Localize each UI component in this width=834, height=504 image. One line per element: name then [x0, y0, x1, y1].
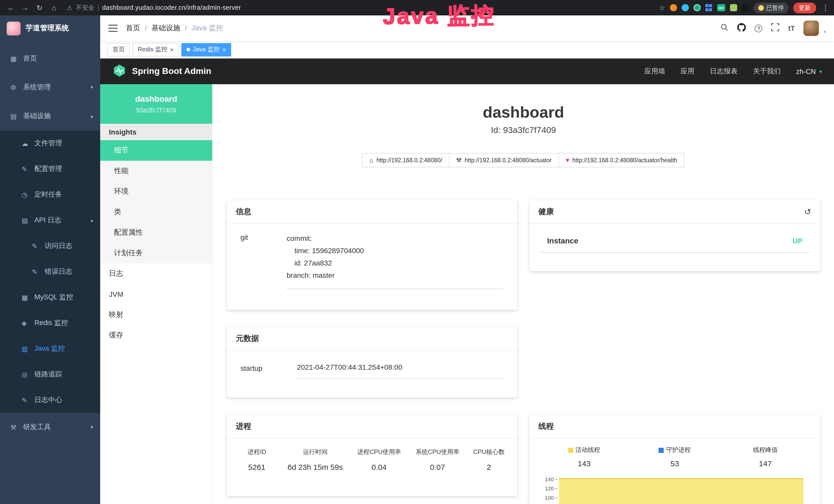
- history-icon[interactable]: ↺: [804, 207, 811, 217]
- document-icon: ▤: [22, 216, 33, 224]
- sba-item-details[interactable]: 细节: [100, 140, 212, 161]
- process-uptime: 6d 23h 15m 59s: [281, 461, 350, 474]
- sidebar-item-infrastructure[interactable]: ▤ 基础设施 ▴: [0, 102, 100, 131]
- font-size-icon[interactable]: tT: [788, 24, 795, 32]
- extension-icon-on-toggle[interactable]: on: [717, 4, 725, 11]
- sba-item-jvm[interactable]: JVM: [100, 284, 212, 304]
- info-key: git: [240, 232, 287, 289]
- user-avatar[interactable]: [804, 21, 819, 36]
- security-label[interactable]: 不安全: [76, 3, 94, 12]
- chevron-up-icon: ▴: [91, 218, 93, 223]
- paused-badge[interactable]: 已暂停: [753, 2, 789, 13]
- sidebar-item-java-monitor[interactable]: ▥ Java 监控: [0, 336, 100, 362]
- close-icon[interactable]: ×: [170, 46, 174, 53]
- process-card-body: 进程ID 运行时间 进程CPU使用率 系统CPU使用率 CPU核心数: [227, 438, 517, 485]
- sidebar-item-file-management[interactable]: ☁ 文件管理: [0, 131, 100, 156]
- breadcrumb-home[interactable]: 首页: [126, 24, 140, 33]
- sba-nav-applications[interactable]: 应用: [680, 67, 694, 76]
- tools-icon: ⚒: [10, 423, 22, 431]
- metadata-value: 2021-04-27T00:44:31.254+08:00: [297, 363, 504, 379]
- topbar-actions: ? tT ▾: [721, 21, 826, 36]
- sidebar-item-scheduled-tasks[interactable]: ◷ 定时任务: [0, 182, 100, 207]
- sidebar-item-dev-tools[interactable]: ⚒ 研发工具 ▾: [0, 413, 100, 442]
- sba-item-mappings[interactable]: 映射: [100, 304, 212, 325]
- extension-icon-circle[interactable]: [693, 4, 700, 11]
- infrastructure-submenu: ☁ 文件管理 ✎ 配置管理 ◷ 定时任务 ▤ API 日志 ▴: [0, 131, 100, 413]
- address-bar[interactable]: ⚠ 不安全 dashboard.yudao.iocoder.cn/infra/a…: [63, 2, 656, 14]
- browser-menu-button[interactable]: ⋮: [822, 4, 829, 12]
- daemon-threads-value: 53: [630, 459, 720, 468]
- url-text[interactable]: dashboard.yudao.iocoder.cn/infra/admin-s…: [102, 4, 241, 11]
- sidebar-item-trace[interactable]: ◎ 链路追踪: [0, 362, 100, 387]
- sba-nav-wallboard[interactable]: 应用墙: [644, 67, 665, 76]
- fullscreen-icon[interactable]: [771, 23, 780, 33]
- actuator-url-button[interactable]: ⚒ http://192.168.0.2:48080/actuator: [449, 153, 559, 167]
- tag-java-monitor[interactable]: Java 监控 ×: [181, 43, 231, 56]
- live-threads-value: 143: [539, 459, 630, 468]
- help-icon[interactable]: ?: [755, 24, 763, 32]
- metadata-card: 元数据 startup 2021-04-27T00:44:31.254+08:0…: [227, 327, 517, 397]
- sba-item-config-props[interactable]: 配置属性: [100, 222, 212, 243]
- sidebar-item-system-management[interactable]: ⚙ 系统管理 ▾: [0, 73, 100, 102]
- sba-nav: 应用墙 应用 日志报表 关于我们 zh-CN ▾: [644, 67, 822, 76]
- sidebar-item-mysql-monitor[interactable]: ▦ MySQL 监控: [0, 284, 100, 310]
- github-icon[interactable]: [738, 23, 746, 33]
- sba-item-logs[interactable]: 日志: [100, 264, 212, 284]
- sba-item-caches[interactable]: 缓存: [100, 325, 212, 346]
- home-button[interactable]: ⌂: [48, 4, 60, 12]
- gear-icon: ⚙: [10, 84, 22, 91]
- sba-item-environment[interactable]: 环境: [100, 181, 212, 202]
- sba-item-scheduled-tasks[interactable]: 计划任务: [100, 243, 212, 264]
- extension-icon-puzzle[interactable]: [742, 4, 749, 11]
- chrome-update-button[interactable]: 更新: [793, 2, 816, 13]
- cpu-count: 2: [467, 461, 511, 474]
- process-table: 进程ID 运行时间 进程CPU使用率 系统CPU使用率 CPU核心数: [233, 446, 511, 474]
- sidebar-toggle-button[interactable]: [108, 25, 118, 32]
- reload-button[interactable]: ↻: [34, 4, 45, 12]
- sba-nav-about[interactable]: 关于我们: [753, 67, 781, 76]
- chevron-down-icon: ▾: [91, 425, 93, 430]
- extension-icon-fox[interactable]: [670, 4, 677, 11]
- sidebar-item-access-logs[interactable]: ✎ 访问日志: [0, 233, 100, 259]
- sba-brand[interactable]: Spring Boot Admin: [132, 66, 212, 76]
- app-logo-avatar: [7, 21, 21, 35]
- sba-nav-journal[interactable]: 日志报表: [710, 67, 738, 76]
- sidebar-item-config-management[interactable]: ✎ 配置管理: [0, 156, 100, 182]
- extension-icon-leaf[interactable]: [730, 4, 737, 11]
- health-url-button[interactable]: ♥ http://192.168.0.2:48080/actuator/heal…: [558, 153, 684, 167]
- status-badge: UP: [792, 236, 803, 245]
- instance-id: Id: 93a3fc7f7409: [213, 125, 834, 136]
- infrastructure-icon: ▤: [10, 112, 22, 120]
- trace-icon: ◎: [22, 370, 33, 378]
- chevron-down-icon: ▾: [91, 85, 93, 90]
- close-icon[interactable]: ×: [222, 46, 226, 53]
- extension-icon-drop[interactable]: [681, 4, 688, 11]
- tag-redis-monitor[interactable]: Redis 监控 ×: [133, 43, 179, 56]
- sidebar-item-error-logs[interactable]: ✎ 错误日志: [0, 259, 100, 284]
- legend-peak-threads: 线程峰值 147: [720, 446, 811, 468]
- sba-language-select[interactable]: zh-CN ▾: [796, 68, 822, 75]
- forward-button[interactable]: →: [20, 4, 31, 12]
- process-card: 进程 进程ID 运行时间 进程CPU使用率 系统: [227, 415, 517, 496]
- sidebar-item-log-center[interactable]: ✎ 日志中心: [0, 387, 100, 413]
- tags-bar: 首页 Redis 监控 × Java 监控 ×: [100, 41, 834, 59]
- breadcrumb-infrastructure[interactable]: 基础设施: [152, 24, 180, 33]
- service-url-button[interactable]: ⌂ http://192.168.0.2:48080/: [362, 153, 449, 167]
- sba-item-classes[interactable]: 类: [100, 202, 212, 222]
- sba-root-items: 日志 JVM 映射 缓存: [100, 264, 212, 346]
- sidebar-item-redis-monitor[interactable]: ◈ Redis 监控: [0, 310, 100, 336]
- sidebar-item-api-logs[interactable]: ▤ API 日志 ▴: [0, 207, 100, 233]
- health-card-title: 健康: [539, 207, 554, 217]
- live-threads-area: [559, 478, 804, 504]
- sidebar-item-home[interactable]: ▦ 首页: [0, 44, 100, 73]
- back-button[interactable]: ←: [5, 4, 17, 12]
- search-icon[interactable]: [721, 23, 729, 33]
- sba-item-metrics[interactable]: 性能: [100, 161, 212, 181]
- health-instance-label: Instance: [547, 236, 578, 245]
- info-card-title: 信息: [227, 200, 517, 224]
- active-dot-icon: [186, 48, 190, 51]
- sba-instance-header[interactable]: dashboard 93a3fc7f7409: [100, 84, 212, 124]
- extension-icon-grid[interactable]: [705, 4, 712, 11]
- tag-home[interactable]: 首页: [107, 43, 130, 56]
- bookmark-star-icon[interactable]: ☆: [659, 4, 665, 12]
